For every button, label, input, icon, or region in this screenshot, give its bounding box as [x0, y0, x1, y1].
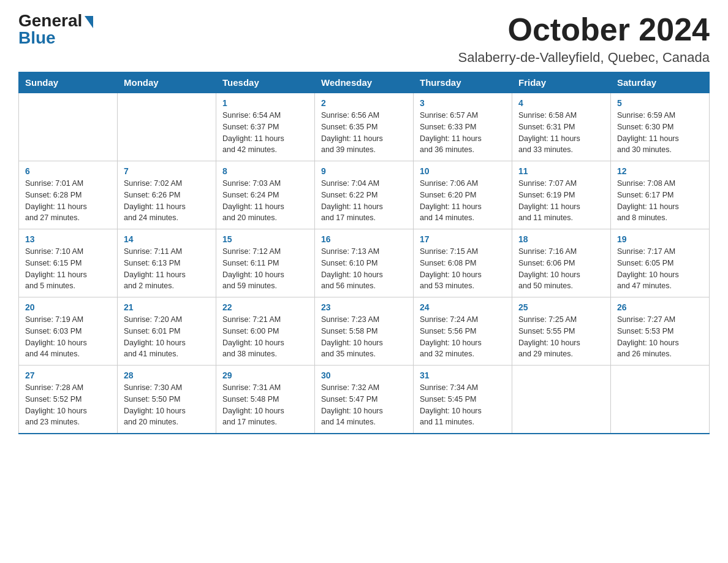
weekday-header-sunday: Sunday [19, 72, 118, 93]
table-cell: 19Sunrise: 7:17 AM Sunset: 6:05 PM Dayli… [611, 229, 710, 297]
weekday-header-wednesday: Wednesday [315, 72, 414, 93]
day-info: Sunrise: 7:10 AM Sunset: 6:15 PM Dayligh… [25, 246, 111, 292]
table-cell: 2Sunrise: 6:56 AM Sunset: 6:35 PM Daylig… [315, 93, 414, 161]
table-cell: 1Sunrise: 6:54 AM Sunset: 6:37 PM Daylig… [216, 93, 315, 161]
table-cell: 12Sunrise: 7:08 AM Sunset: 6:17 PM Dayli… [611, 161, 710, 229]
table-cell: 15Sunrise: 7:12 AM Sunset: 6:11 PM Dayli… [216, 229, 315, 297]
day-info: Sunrise: 6:57 AM Sunset: 6:33 PM Dayligh… [420, 110, 506, 156]
table-cell: 4Sunrise: 6:58 AM Sunset: 6:31 PM Daylig… [512, 93, 611, 161]
week-row-5: 27Sunrise: 7:28 AM Sunset: 5:52 PM Dayli… [19, 366, 710, 434]
table-cell: 10Sunrise: 7:06 AM Sunset: 6:20 PM Dayli… [414, 161, 512, 229]
day-number: 24 [420, 302, 506, 312]
day-number: 26 [617, 302, 703, 312]
day-number: 9 [321, 166, 407, 176]
day-number: 13 [25, 234, 111, 244]
table-cell: 11Sunrise: 7:07 AM Sunset: 6:19 PM Dayli… [512, 161, 611, 229]
table-cell: 21Sunrise: 7:20 AM Sunset: 6:01 PM Dayli… [118, 297, 216, 366]
table-cell: 9Sunrise: 7:04 AM Sunset: 6:22 PM Daylig… [315, 161, 414, 229]
day-info: Sunrise: 7:07 AM Sunset: 6:19 PM Dayligh… [518, 178, 604, 224]
day-number: 16 [321, 234, 407, 244]
table-cell: 27Sunrise: 7:28 AM Sunset: 5:52 PM Dayli… [19, 366, 118, 434]
day-info: Sunrise: 6:56 AM Sunset: 6:35 PM Dayligh… [321, 110, 407, 156]
logo-general: General [18, 12, 93, 29]
table-cell: 8Sunrise: 7:03 AM Sunset: 6:24 PM Daylig… [216, 161, 315, 229]
day-info: Sunrise: 7:15 AM Sunset: 6:08 PM Dayligh… [420, 246, 506, 292]
table-cell: 31Sunrise: 7:34 AM Sunset: 5:45 PM Dayli… [414, 366, 512, 434]
day-number: 10 [420, 166, 506, 176]
table-cell [611, 366, 710, 434]
day-info: Sunrise: 7:19 AM Sunset: 6:03 PM Dayligh… [25, 314, 111, 360]
weekday-header-thursday: Thursday [414, 72, 512, 93]
table-cell: 14Sunrise: 7:11 AM Sunset: 6:13 PM Dayli… [118, 229, 216, 297]
table-cell: 24Sunrise: 7:24 AM Sunset: 5:56 PM Dayli… [414, 297, 512, 366]
table-cell: 28Sunrise: 7:30 AM Sunset: 5:50 PM Dayli… [118, 366, 216, 434]
day-number: 12 [617, 166, 703, 176]
week-row-4: 20Sunrise: 7:19 AM Sunset: 6:03 PM Dayli… [19, 297, 710, 366]
day-number: 19 [617, 234, 703, 244]
day-info: Sunrise: 7:30 AM Sunset: 5:50 PM Dayligh… [124, 382, 210, 428]
day-info: Sunrise: 7:12 AM Sunset: 6:11 PM Dayligh… [222, 246, 308, 292]
table-cell: 20Sunrise: 7:19 AM Sunset: 6:03 PM Dayli… [19, 297, 118, 366]
day-number: 5 [617, 98, 703, 108]
table-cell [19, 93, 118, 161]
day-number: 20 [25, 302, 111, 312]
day-number: 1 [222, 98, 308, 108]
day-number: 28 [124, 370, 210, 380]
day-number: 31 [420, 370, 506, 380]
page-header: General Blue October 2024 Salaberry-de-V… [18, 12, 710, 66]
week-row-1: 1Sunrise: 6:54 AM Sunset: 6:37 PM Daylig… [19, 93, 710, 161]
day-number: 14 [124, 234, 210, 244]
day-info: Sunrise: 7:17 AM Sunset: 6:05 PM Dayligh… [617, 246, 703, 292]
day-info: Sunrise: 7:11 AM Sunset: 6:13 PM Dayligh… [124, 246, 210, 292]
table-cell: 23Sunrise: 7:23 AM Sunset: 5:58 PM Dayli… [315, 297, 414, 366]
table-cell: 7Sunrise: 7:02 AM Sunset: 6:26 PM Daylig… [118, 161, 216, 229]
weekday-header-saturday: Saturday [611, 72, 710, 93]
table-cell: 30Sunrise: 7:32 AM Sunset: 5:47 PM Dayli… [315, 366, 414, 434]
table-cell: 22Sunrise: 7:21 AM Sunset: 6:00 PM Dayli… [216, 297, 315, 366]
table-cell: 16Sunrise: 7:13 AM Sunset: 6:10 PM Dayli… [315, 229, 414, 297]
day-info: Sunrise: 7:32 AM Sunset: 5:47 PM Dayligh… [321, 382, 407, 428]
day-number: 11 [518, 166, 604, 176]
location-title: Salaberry-de-Valleyfield, Quebec, Canada [458, 50, 710, 66]
day-number: 3 [420, 98, 506, 108]
day-number: 29 [222, 370, 308, 380]
table-cell: 17Sunrise: 7:15 AM Sunset: 6:08 PM Dayli… [414, 229, 512, 297]
table-cell: 26Sunrise: 7:27 AM Sunset: 5:53 PM Dayli… [611, 297, 710, 366]
day-info: Sunrise: 7:21 AM Sunset: 6:00 PM Dayligh… [222, 314, 308, 360]
day-info: Sunrise: 7:13 AM Sunset: 6:10 PM Dayligh… [321, 246, 407, 292]
day-info: Sunrise: 7:20 AM Sunset: 6:01 PM Dayligh… [124, 314, 210, 360]
logo-blue-text: Blue [18, 29, 56, 47]
day-info: Sunrise: 6:58 AM Sunset: 6:31 PM Dayligh… [518, 110, 604, 156]
day-number: 21 [124, 302, 210, 312]
day-info: Sunrise: 7:31 AM Sunset: 5:48 PM Dayligh… [222, 382, 308, 428]
month-title: October 2024 [458, 12, 710, 47]
table-cell: 25Sunrise: 7:25 AM Sunset: 5:55 PM Dayli… [512, 297, 611, 366]
day-info: Sunrise: 7:16 AM Sunset: 6:06 PM Dayligh… [518, 246, 604, 292]
day-number: 17 [420, 234, 506, 244]
day-info: Sunrise: 7:02 AM Sunset: 6:26 PM Dayligh… [124, 178, 210, 224]
day-number: 7 [124, 166, 210, 176]
day-info: Sunrise: 7:24 AM Sunset: 5:56 PM Dayligh… [420, 314, 506, 360]
day-number: 8 [222, 166, 308, 176]
weekday-header-friday: Friday [512, 72, 611, 93]
weekday-header-row: SundayMondayTuesdayWednesdayThursdayFrid… [19, 72, 710, 93]
logo-triangle-icon [85, 16, 93, 28]
table-cell [512, 366, 611, 434]
day-info: Sunrise: 7:04 AM Sunset: 6:22 PM Dayligh… [321, 178, 407, 224]
weekday-header-tuesday: Tuesday [216, 72, 315, 93]
title-section: October 2024 Salaberry-de-Valleyfield, Q… [458, 12, 710, 66]
day-info: Sunrise: 7:01 AM Sunset: 6:28 PM Dayligh… [25, 178, 111, 224]
table-cell: 6Sunrise: 7:01 AM Sunset: 6:28 PM Daylig… [19, 161, 118, 229]
day-number: 25 [518, 302, 604, 312]
table-cell: 13Sunrise: 7:10 AM Sunset: 6:15 PM Dayli… [19, 229, 118, 297]
table-cell: 18Sunrise: 7:16 AM Sunset: 6:06 PM Dayli… [512, 229, 611, 297]
day-info: Sunrise: 6:54 AM Sunset: 6:37 PM Dayligh… [222, 110, 308, 156]
table-cell: 3Sunrise: 6:57 AM Sunset: 6:33 PM Daylig… [414, 93, 512, 161]
week-row-3: 13Sunrise: 7:10 AM Sunset: 6:15 PM Dayli… [19, 229, 710, 297]
day-info: Sunrise: 6:59 AM Sunset: 6:30 PM Dayligh… [617, 110, 703, 156]
day-number: 27 [25, 370, 111, 380]
weekday-header-monday: Monday [118, 72, 216, 93]
day-info: Sunrise: 7:06 AM Sunset: 6:20 PM Dayligh… [420, 178, 506, 224]
day-info: Sunrise: 7:08 AM Sunset: 6:17 PM Dayligh… [617, 178, 703, 224]
calendar-table: SundayMondayTuesdayWednesdayThursdayFrid… [18, 72, 710, 434]
